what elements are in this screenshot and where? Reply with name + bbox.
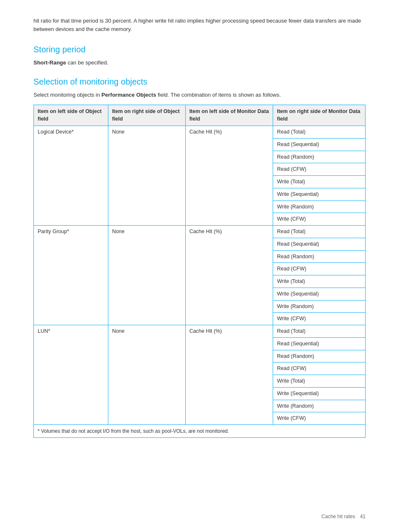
monitor-data-right-2-6: Write (Random)	[273, 400, 366, 412]
monitor-data-right-1-1: Read (Sequential)	[273, 238, 366, 250]
monitoring-table: Item on left side of Object field Item o…	[33, 105, 366, 438]
monitor-data-right-0-5: Write (Sequential)	[273, 188, 366, 200]
monitor-data-right-1-4: Write (Total)	[273, 275, 366, 288]
table-row: LUN*NoneCache Hit (%)Read (Total)	[34, 325, 366, 338]
monitoring-title: Selection of monitoring objects	[33, 77, 366, 87]
object-field-right-1: None	[108, 226, 185, 325]
col-header-4: Item on right side of Monitor Data field	[273, 105, 366, 126]
monitor-data-right-2-0: Read (Total)	[273, 325, 366, 338]
monitoring-section: Selection of monitoring objects Select m…	[33, 77, 366, 438]
object-field-left-1: Parity Group*	[34, 226, 108, 325]
performance-objects-bold: Performance Objects	[102, 92, 156, 98]
monitor-data-right-0-6: Write (Random)	[273, 200, 366, 213]
footer-page-number: 41	[360, 514, 366, 519]
col-header-1: Item on left side of Object field	[34, 105, 108, 126]
intro-paragraph: hit ratio for that time period is 30 per…	[33, 17, 366, 33]
monitor-data-right-1-5: Write (Sequential)	[273, 288, 366, 300]
storing-period-desc: Short-Range can be specified.	[33, 59, 366, 67]
monitor-data-right-1-2: Read (Random)	[273, 250, 366, 263]
monitor-data-right-0-1: Read (Sequential)	[273, 138, 366, 151]
footnote-row: * Volumes that do not accept I/O from th…	[34, 425, 366, 438]
table-row: Parity Group*NoneCache Hit (%)Read (Tota…	[34, 226, 366, 238]
footnote-cell: * Volumes that do not accept I/O from th…	[34, 425, 366, 438]
monitor-data-right-1-3: Read (CFW)	[273, 263, 366, 275]
monitor-data-right-2-7: Write (CFW)	[273, 412, 366, 425]
monitor-data-right-2-2: Read (Random)	[273, 350, 366, 362]
page-footer: Cache hit rates 41	[318, 514, 366, 519]
monitor-data-right-0-3: Read (CFW)	[273, 163, 366, 176]
monitor-data-right-1-6: Write (Random)	[273, 300, 366, 313]
monitoring-description: Select monitoring objects in Performance…	[33, 91, 366, 99]
col-header-3: Item on left side of Monitor Data field	[185, 105, 273, 126]
storing-period-section: Storing period Short-Range can be specif…	[33, 45, 366, 67]
monitor-data-left-2: Cache Hit (%)	[185, 325, 273, 425]
short-range-bold: Short-Range	[33, 59, 66, 66]
monitor-data-right-0-0: Read (Total)	[273, 126, 366, 139]
monitor-data-right-2-4: Write (Total)	[273, 375, 366, 388]
table-header-row: Item on left side of Object field Item o…	[34, 105, 366, 126]
monitor-data-right-2-5: Write (Sequential)	[273, 387, 366, 400]
object-field-left-2: LUN*	[34, 325, 108, 425]
table-row: Logical Device*NoneCache Hit (%)Read (To…	[34, 126, 366, 139]
monitor-data-right-2-1: Read (Sequential)	[273, 337, 366, 350]
object-field-left-0: Logical Device*	[34, 126, 108, 226]
monitor-data-right-0-4: Write (Total)	[273, 176, 366, 188]
monitoring-desc-suffix: field. The combination of items is shown…	[156, 92, 281, 98]
monitoring-desc-prefix: Select monitoring objects in	[33, 92, 102, 98]
monitor-data-left-1: Cache Hit (%)	[185, 226, 273, 325]
monitor-data-left-0: Cache Hit (%)	[185, 126, 273, 226]
monitor-data-right-1-0: Read (Total)	[273, 226, 366, 238]
col-header-2: Item on right side of Object field	[108, 105, 185, 126]
storing-period-text: can be specified.	[68, 59, 109, 66]
monitor-data-right-1-7: Write (CFW)	[273, 313, 366, 325]
monitor-data-right-2-3: Read (CFW)	[273, 362, 366, 375]
monitor-data-right-0-2: Read (Random)	[273, 151, 366, 163]
object-field-right-2: None	[108, 325, 185, 425]
storing-period-title: Storing period	[33, 45, 366, 54]
footer-section-label: Cache hit rates	[322, 514, 356, 519]
monitor-data-right-0-7: Write (CFW)	[273, 213, 366, 226]
object-field-right-0: None	[108, 126, 185, 226]
